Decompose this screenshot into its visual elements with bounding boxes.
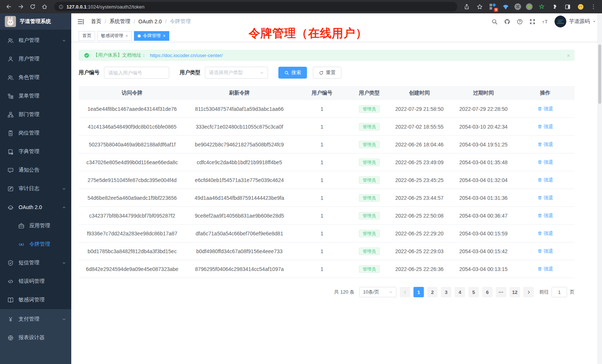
force-logout-button[interactable]: 强退	[537, 177, 553, 183]
actions-cell: 强退	[516, 123, 575, 130]
pagination: 共 120 条 10条/页 123456•••12 前往 页	[79, 287, 575, 297]
sidebar-item-sms[interactable]: 短信管理	[0, 254, 71, 272]
trash-icon	[537, 249, 542, 254]
page-size-select[interactable]: 10条/页	[359, 287, 396, 297]
force-logout-button[interactable]: 强退	[537, 266, 553, 272]
app-logo[interactable]: 芋道管理系统	[0, 13, 71, 30]
users-icon	[7, 37, 14, 44]
sidebar-item-dept[interactable]: 部门管理	[0, 105, 71, 124]
users-icon	[7, 75, 14, 81]
site-info-icon[interactable]	[59, 4, 63, 9]
table-row: 6d842e2924594de9a09e45e087323abe8796295f…	[79, 260, 575, 278]
chevron-down-icon	[62, 39, 66, 43]
jump-page-input[interactable]	[552, 287, 567, 297]
page-button-12[interactable]: 12	[510, 287, 520, 297]
breadcrumb-system[interactable]: 系统管理	[109, 18, 130, 25]
force-logout-button[interactable]: 强退	[537, 248, 553, 255]
sidebar-item-label: 支付管理	[19, 316, 39, 322]
sidebar-item-error-code[interactable]: 错误码管理	[0, 272, 71, 291]
reset-button[interactable]: 重置	[313, 67, 341, 79]
browser-forward-icon[interactable]	[16, 2, 25, 11]
breadcrumb-oauth2[interactable]: OAuth 2.0	[138, 19, 162, 24]
font-size-icon[interactable]: TT	[542, 19, 548, 25]
help-icon[interactable]	[517, 19, 523, 25]
sidebar-item-role[interactable]: 角色管理	[0, 68, 71, 87]
sidebar-item-post[interactable]: 岗位管理	[0, 124, 71, 142]
tab-sensitive-word[interactable]: 敏感词管理×	[97, 31, 132, 41]
browser-back-icon[interactable]	[4, 2, 13, 11]
access-token-cell: c347026e805e4d99b0d116eae66eda8c	[79, 159, 186, 165]
sidebar-collapse-icon[interactable]	[77, 18, 84, 25]
extensions-puzzle-icon[interactable]	[550, 3, 559, 11]
profile-avatar-icon[interactable]	[576, 3, 585, 11]
doc-notice-bar: 【用户体系】文档地址： https://doc.iocoder.cn/user-…	[79, 50, 575, 61]
sidebar-item-oauth2-token[interactable]: 令牌管理	[0, 235, 71, 254]
tab-home[interactable]: 首页	[79, 31, 95, 41]
gem-extension-icon[interactable]	[501, 3, 510, 11]
prev-page-button[interactable]	[400, 287, 410, 297]
force-logout-button[interactable]: 强退	[537, 106, 553, 112]
force-logout-button[interactable]: 强退	[537, 123, 553, 130]
page-button-1[interactable]: 1	[413, 287, 424, 297]
close-icon[interactable]: ×	[125, 34, 128, 38]
user-type-select[interactable]: 请选择用户类型	[205, 67, 268, 79]
extension-grid-icon[interactable]: 9	[488, 3, 497, 11]
page-button-2[interactable]: 2	[427, 287, 438, 297]
breadcrumb-separator: /	[105, 19, 106, 24]
browser-reload-icon[interactable]	[28, 2, 37, 11]
sidebar-item-tenant[interactable]: 租户管理	[0, 31, 71, 50]
star-extension-icon[interactable]	[537, 3, 546, 11]
sidebar-item-oauth2-app[interactable]: 应用管理	[0, 216, 71, 235]
force-logout-button[interactable]: 强退	[537, 230, 553, 237]
browser-window: 127.0.0.1:1024/system/oauth2/token 9 ⌘ ⋮…	[0, 0, 602, 364]
search-icon[interactable]	[491, 19, 498, 25]
sidebar-item-audit-log[interactable]: 审计日志	[0, 179, 71, 198]
tab-label: 首页	[82, 33, 91, 39]
next-page-button[interactable]	[523, 287, 534, 297]
share-icon[interactable]	[462, 3, 471, 11]
page-ellipsis[interactable]: •••	[496, 287, 506, 297]
github-icon[interactable]	[504, 19, 510, 25]
sidebar-item-menu[interactable]: 菜单管理	[0, 87, 71, 105]
browser-home-icon[interactable]	[40, 2, 49, 11]
tab-token[interactable]: 令牌管理×	[134, 31, 169, 41]
force-logout-button[interactable]: 强退	[537, 159, 553, 166]
page-scrollbar[interactable]	[598, 13, 602, 364]
access-token-cell: c342377bf8b344799dcbf7bf095287f2	[79, 213, 186, 219]
sidebar-item-report-designer[interactable]: 报表设计器	[0, 328, 71, 347]
search-button[interactable]: 搜索	[278, 67, 307, 79]
doc-link[interactable]: https://doc.iocoder.cn/user-center/	[150, 53, 223, 58]
force-logout-button[interactable]: 强退	[537, 212, 553, 219]
access-token-cell: 502375b8040a469a9b82188afdf6af1f	[79, 142, 186, 148]
sidebar-item-pay[interactable]: 支付管理	[0, 310, 71, 328]
page-button-3[interactable]: 3	[441, 287, 451, 297]
sidebar-item-user[interactable]: 用户管理	[0, 50, 71, 68]
user-type-tag: 管理员	[359, 248, 380, 255]
user-type-cell: 管理员	[351, 141, 388, 148]
url-bar[interactable]: 127.0.0.1:1024/system/oauth2/token	[54, 2, 457, 11]
split-view-icon[interactable]	[563, 3, 572, 11]
expire-time-cell: 2054-03-04 00:15:59	[451, 231, 516, 236]
force-logout-button[interactable]: 强退	[537, 141, 553, 148]
browser-menu-icon[interactable]: ⋮	[589, 3, 598, 11]
page-button-6[interactable]: 6	[482, 287, 493, 297]
scrollbar-thumb[interactable]	[598, 44, 601, 104]
force-logout-button[interactable]: 强退	[537, 195, 553, 201]
page-button-5[interactable]: 5	[468, 287, 479, 297]
user-id-cell: 1	[293, 106, 351, 112]
col-actions: 操作	[516, 90, 575, 96]
close-icon[interactable]: ×	[163, 34, 166, 38]
fullscreen-icon[interactable]	[529, 19, 536, 25]
sidebar-item-oauth2[interactable]: OAuth 2.0	[0, 198, 71, 216]
recorder-extension-icon[interactable]	[526, 3, 533, 10]
user-menu[interactable]: 芋道源码	[554, 16, 596, 27]
sidebar-item-sensitive-word[interactable]: 敏感词管理	[0, 291, 71, 309]
notice-close-icon[interactable]: ×	[567, 52, 570, 59]
user-id-input[interactable]	[104, 67, 169, 79]
sidebar-item-dict[interactable]: 字典管理	[0, 142, 71, 161]
sidebar-item-notice[interactable]: 通知公告	[0, 161, 71, 179]
bookmark-star-icon[interactable]	[475, 3, 484, 11]
breadcrumb-home[interactable]: 首页	[91, 18, 101, 25]
page-button-4[interactable]: 4	[455, 287, 465, 297]
command-extension-icon[interactable]: ⌘	[514, 3, 521, 10]
